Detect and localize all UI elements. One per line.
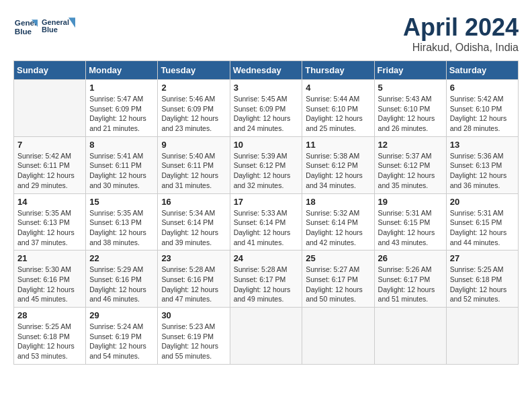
day-number: 27: [450, 253, 515, 263]
day-cell: 28Sunrise: 5:25 AM Sunset: 6:18 PM Dayli…: [14, 308, 86, 365]
day-info: Sunrise: 5:29 AM Sunset: 6:16 PM Dayligh…: [89, 265, 154, 304]
day-cell: 8Sunrise: 5:41 AM Sunset: 6:11 PM Daylig…: [86, 136, 158, 193]
day-info: Sunrise: 5:28 AM Sunset: 6:16 PM Dayligh…: [161, 265, 226, 304]
day-info: Sunrise: 5:42 AM Sunset: 6:11 PM Dayligh…: [17, 151, 82, 191]
svg-text:Blue: Blue: [42, 26, 58, 34]
svg-marker-5: [69, 17, 75, 28]
day-cell: 6Sunrise: 5:42 AM Sunset: 6:10 PM Daylig…: [446, 80, 518, 137]
day-number: 22: [89, 253, 154, 263]
day-cell: 25Sunrise: 5:27 AM Sunset: 6:17 PM Dayli…: [302, 250, 374, 308]
day-cell: 14Sunrise: 5:35 AM Sunset: 6:13 PM Dayli…: [14, 193, 86, 250]
day-cell: 23Sunrise: 5:28 AM Sunset: 6:16 PM Dayli…: [158, 250, 230, 308]
day-number: 26: [378, 253, 443, 263]
week-row-5: 28Sunrise: 5:25 AM Sunset: 6:18 PM Dayli…: [14, 308, 519, 365]
day-info: Sunrise: 5:43 AM Sunset: 6:10 PM Dayligh…: [378, 94, 443, 134]
day-number: 24: [234, 253, 299, 263]
day-cell: 21Sunrise: 5:30 AM Sunset: 6:16 PM Dayli…: [14, 250, 86, 308]
day-number: 16: [161, 197, 226, 207]
day-info: Sunrise: 5:27 AM Sunset: 6:17 PM Dayligh…: [306, 265, 370, 304]
day-cell: 1Sunrise: 5:47 AM Sunset: 6:09 PM Daylig…: [86, 80, 158, 137]
day-info: Sunrise: 5:30 AM Sunset: 6:16 PM Dayligh…: [17, 265, 82, 304]
day-cell: 18Sunrise: 5:32 AM Sunset: 6:14 PM Dayli…: [302, 193, 374, 250]
day-number: 19: [378, 197, 443, 207]
day-cell: 16Sunrise: 5:34 AM Sunset: 6:14 PM Dayli…: [158, 193, 230, 250]
day-cell: 15Sunrise: 5:35 AM Sunset: 6:13 PM Dayli…: [86, 193, 158, 250]
day-cell: 11Sunrise: 5:38 AM Sunset: 6:12 PM Dayli…: [302, 136, 374, 193]
day-info: Sunrise: 5:28 AM Sunset: 6:17 PM Dayligh…: [234, 265, 299, 304]
calendar-table: SundayMondayTuesdayWednesdayThursdayFrid…: [13, 60, 519, 365]
day-number: 14: [17, 197, 82, 207]
day-cell: [14, 80, 86, 137]
day-number: 15: [89, 197, 154, 207]
week-row-4: 21Sunrise: 5:30 AM Sunset: 6:16 PM Dayli…: [14, 250, 519, 308]
day-cell: 19Sunrise: 5:31 AM Sunset: 6:15 PM Dayli…: [374, 193, 446, 250]
day-number: 12: [378, 140, 443, 150]
calendar-body: 1Sunrise: 5:47 AM Sunset: 6:09 PM Daylig…: [14, 80, 519, 365]
day-number: 21: [17, 253, 82, 263]
day-info: Sunrise: 5:33 AM Sunset: 6:14 PM Dayligh…: [234, 208, 299, 248]
week-row-3: 14Sunrise: 5:35 AM Sunset: 6:13 PM Dayli…: [14, 193, 519, 250]
header-cell-thursday: Thursday: [302, 61, 374, 80]
day-number: 4: [306, 83, 370, 93]
day-info: Sunrise: 5:35 AM Sunset: 6:13 PM Dayligh…: [17, 208, 82, 248]
day-number: 2: [161, 83, 226, 93]
day-cell: [446, 308, 518, 365]
page-header: General Blue General Blue April 2024 Hir…: [13, 13, 519, 54]
day-number: 11: [306, 140, 370, 150]
svg-text:General: General: [42, 18, 69, 26]
week-row-2: 7Sunrise: 5:42 AM Sunset: 6:11 PM Daylig…: [14, 136, 519, 193]
day-number: 8: [89, 140, 154, 150]
day-info: Sunrise: 5:37 AM Sunset: 6:12 PM Dayligh…: [378, 151, 443, 191]
svg-text:Blue: Blue: [15, 27, 32, 36]
day-info: Sunrise: 5:36 AM Sunset: 6:13 PM Dayligh…: [450, 151, 515, 191]
day-number: 9: [161, 140, 226, 150]
header-cell-sunday: Sunday: [14, 61, 86, 80]
logo: General Blue General Blue: [13, 13, 75, 40]
day-info: Sunrise: 5:32 AM Sunset: 6:14 PM Dayligh…: [306, 208, 370, 248]
day-cell: 5Sunrise: 5:43 AM Sunset: 6:10 PM Daylig…: [374, 80, 446, 137]
day-number: 30: [161, 310, 226, 320]
day-info: Sunrise: 5:47 AM Sunset: 6:09 PM Dayligh…: [89, 94, 154, 134]
header-cell-friday: Friday: [374, 61, 446, 80]
day-info: Sunrise: 5:31 AM Sunset: 6:15 PM Dayligh…: [378, 208, 443, 248]
day-cell: 27Sunrise: 5:25 AM Sunset: 6:18 PM Dayli…: [446, 250, 518, 308]
subtitle: Hirakud, Odisha, India: [403, 42, 519, 54]
header-cell-wednesday: Wednesday: [230, 61, 302, 80]
day-info: Sunrise: 5:34 AM Sunset: 6:14 PM Dayligh…: [161, 208, 226, 248]
day-cell: 2Sunrise: 5:46 AM Sunset: 6:09 PM Daylig…: [158, 80, 230, 137]
day-cell: 3Sunrise: 5:45 AM Sunset: 6:09 PM Daylig…: [230, 80, 302, 137]
day-number: 29: [89, 310, 154, 320]
day-number: 5: [378, 83, 443, 93]
day-number: 25: [306, 253, 370, 263]
day-cell: 4Sunrise: 5:44 AM Sunset: 6:10 PM Daylig…: [302, 80, 374, 137]
day-cell: 20Sunrise: 5:31 AM Sunset: 6:15 PM Dayli…: [446, 193, 518, 250]
day-number: 17: [234, 197, 299, 207]
day-info: Sunrise: 5:39 AM Sunset: 6:12 PM Dayligh…: [234, 151, 299, 191]
day-cell: 26Sunrise: 5:26 AM Sunset: 6:17 PM Dayli…: [374, 250, 446, 308]
day-number: 13: [450, 140, 515, 150]
day-number: 7: [17, 140, 82, 150]
day-cell: 7Sunrise: 5:42 AM Sunset: 6:11 PM Daylig…: [14, 136, 86, 193]
day-cell: 10Sunrise: 5:39 AM Sunset: 6:12 PM Dayli…: [230, 136, 302, 193]
week-row-1: 1Sunrise: 5:47 AM Sunset: 6:09 PM Daylig…: [14, 80, 519, 137]
day-number: 10: [234, 140, 299, 150]
day-cell: 13Sunrise: 5:36 AM Sunset: 6:13 PM Dayli…: [446, 136, 518, 193]
day-info: Sunrise: 5:25 AM Sunset: 6:18 PM Dayligh…: [17, 322, 82, 361]
day-number: 23: [161, 253, 226, 263]
logo-icon: General Blue: [13, 15, 38, 39]
day-cell: 30Sunrise: 5:23 AM Sunset: 6:19 PM Dayli…: [158, 308, 230, 365]
day-info: Sunrise: 5:24 AM Sunset: 6:19 PM Dayligh…: [89, 322, 154, 361]
day-info: Sunrise: 5:44 AM Sunset: 6:10 PM Dayligh…: [306, 94, 370, 134]
day-cell: 24Sunrise: 5:28 AM Sunset: 6:17 PM Dayli…: [230, 250, 302, 308]
day-number: 3: [234, 83, 299, 93]
day-cell: 29Sunrise: 5:24 AM Sunset: 6:19 PM Dayli…: [86, 308, 158, 365]
main-title: April 2024: [403, 13, 519, 42]
title-block: April 2024 Hirakud, Odisha, India: [403, 13, 519, 54]
day-number: 6: [450, 83, 515, 93]
header-cell-monday: Monday: [86, 61, 158, 80]
day-info: Sunrise: 5:25 AM Sunset: 6:18 PM Dayligh…: [450, 265, 515, 304]
day-number: 18: [306, 197, 370, 207]
generalblue-logo-svg: General Blue: [42, 13, 75, 40]
header-row: SundayMondayTuesdayWednesdayThursdayFrid…: [14, 61, 519, 80]
header-cell-tuesday: Tuesday: [158, 61, 230, 80]
